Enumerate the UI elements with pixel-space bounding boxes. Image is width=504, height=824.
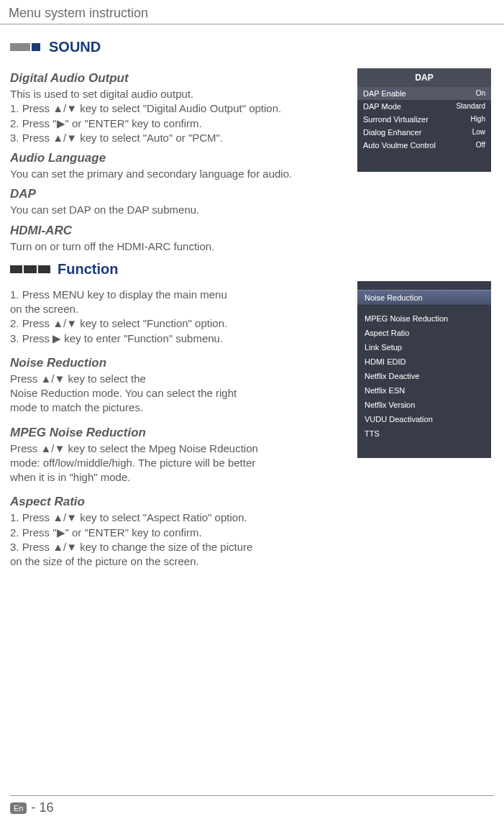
table-row: Netflix ESN xyxy=(357,383,491,398)
mpeg-nr-line: mode: off/low/middle/high. The picture w… xyxy=(10,456,346,470)
ar-line: on the size of the picture on the screen… xyxy=(10,554,346,569)
function-section-header: Function xyxy=(10,261,346,278)
table-row: HDMI EDID xyxy=(357,354,491,369)
table-row: Surrond Virtualizer High xyxy=(357,113,491,126)
table-row: Aspect Ratio xyxy=(357,326,491,340)
dao-line: 3. Press ▲/▼ key to select "Auto" or "PC… xyxy=(10,131,346,145)
mpeg-nr-title: MPEG Noise Reduction xyxy=(10,426,346,440)
dap-row-label: DAP Mode xyxy=(363,102,401,111)
page-number: - 16 xyxy=(31,800,53,815)
func-intro-line: 1. Press MENU key to display the main me… xyxy=(10,288,346,302)
func-intro-line: 3. Press ▶ key to enter "Function" subme… xyxy=(10,331,346,346)
page-title: Menu system instruction xyxy=(0,0,504,24)
nr-line: Press ▲/▼ key to select the xyxy=(10,372,346,386)
aspect-ratio-title: Aspect Ratio xyxy=(10,495,346,509)
dao-line: This is used to set digital audio output… xyxy=(10,87,346,101)
dap-submenu-table: DAP DAP Enable On DAP Mode Standard Surr… xyxy=(357,68,491,172)
table-row: VUDU Deactivation xyxy=(357,412,491,426)
table-row: Auto Voulme Control Off xyxy=(357,139,491,152)
dap-row-value: Low xyxy=(472,128,485,137)
mpeg-nr-line: Press ▲/▼ key to select the Mpeg Noise R… xyxy=(10,441,346,456)
hdmi-arc-title: HDMI-ARC xyxy=(10,224,346,238)
table-row: MPEG Noise Reduction xyxy=(357,311,491,326)
dap-row-label: Auto Voulme Control xyxy=(363,141,436,150)
section-marker-icon xyxy=(10,265,50,273)
audio-language-line: You can set the primary and secondary la… xyxy=(10,167,346,181)
ar-line: 1. Press ▲/▼ key to select "Aspect Ratio… xyxy=(10,511,346,525)
table-row: TTS xyxy=(357,426,491,441)
dao-line: 2. Press "▶" or "ENTER" key to confirm. xyxy=(10,116,346,131)
dap-table-header: DAP xyxy=(357,68,491,87)
dap-row-value: Standard xyxy=(456,102,485,111)
func-intro-line: on the screen. xyxy=(10,302,346,316)
dap-row-label: Dialog Enhancer xyxy=(363,128,421,137)
table-row: DAP Mode Standard xyxy=(357,100,491,113)
mpeg-nr-line: when it is in "high" mode. xyxy=(10,470,346,485)
dap-row-label: Surrond Virtualizer xyxy=(363,115,429,124)
table-row: Dialog Enhancer Low xyxy=(357,126,491,139)
nr-line: Noise Reduction mode. You can select the… xyxy=(10,386,346,400)
section-marker-icon xyxy=(10,43,42,51)
hdmi-arc-line: Turn on or turn off the HDMI-ARC functio… xyxy=(10,239,346,254)
noise-reduction-title: Noise Reduction xyxy=(10,356,346,370)
nr-line: mode to match the pictures. xyxy=(10,400,346,415)
table-row: Netflix Version xyxy=(357,398,491,412)
table-row: Noise Reduction xyxy=(357,290,491,306)
ar-line: 2. Press "▶" or "ENTER" key to confirm. xyxy=(10,526,346,540)
sound-heading: SOUND xyxy=(49,39,101,55)
dap-row-value: Off xyxy=(476,141,485,150)
audio-language-title: Audio Language xyxy=(10,151,346,165)
dap-row-value: On xyxy=(476,89,485,98)
dap-line: You can set DAP on the DAP submenu. xyxy=(10,203,346,217)
dao-line: 1. Press ▲/▼ key to select "Digital Audi… xyxy=(10,101,346,116)
dap-title: DAP xyxy=(10,187,346,201)
language-badge: En xyxy=(10,802,27,814)
function-submenu-table: Noise Reduction MPEG Noise Reduction Asp… xyxy=(357,281,491,458)
digital-audio-output-title: Digital Audio Output xyxy=(10,71,346,86)
func-intro-line: 2. Press ▲/▼ key to select "Function" op… xyxy=(10,316,346,331)
function-heading: Function xyxy=(58,261,118,278)
ar-line: 3. Press ▲/▼ key to change the size of t… xyxy=(10,540,346,554)
table-row: DAP Enable On xyxy=(357,87,491,100)
dap-row-value: High xyxy=(470,115,485,124)
dap-row-label: DAP Enable xyxy=(363,89,406,98)
page-footer: En - 16 xyxy=(10,795,494,815)
table-row: Netflix Deactive xyxy=(357,369,491,383)
sound-section-header: SOUND xyxy=(10,39,494,55)
table-row: Link Setup xyxy=(357,340,491,354)
